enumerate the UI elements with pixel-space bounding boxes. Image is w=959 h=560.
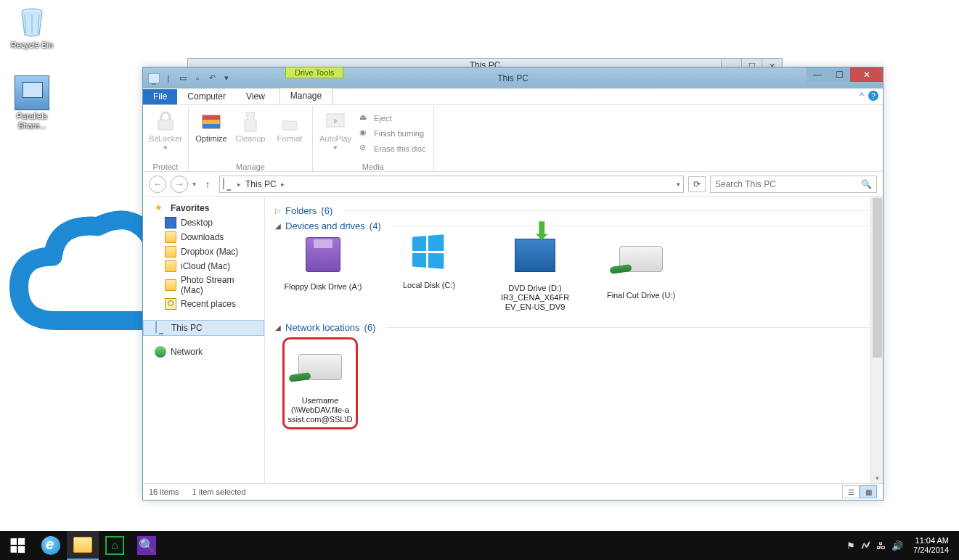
chevron-down-icon: ◢ [275,324,281,332]
flag-icon[interactable]: ⚑ [846,540,855,551]
section-network-count: (6) [364,322,376,333]
explorer-window: | ▭ ▫ ↶ ▾ Drive Tools This PC ― ☐ ✕ File… [142,67,883,501]
history-dropdown-icon[interactable]: ▾ [192,180,196,188]
recycle-bin[interactable]: Recycle Bin [4,4,60,50]
address-dropdown-icon[interactable]: ▾ [677,181,680,188]
scrollbar[interactable]: ▾ [870,197,883,483]
qat-app-icon[interactable] [147,72,160,85]
refresh-button[interactable]: ⟳ [688,176,706,192]
group-protect-label: Protect [143,162,188,171]
format-label: Format [272,134,308,143]
explorer-body: ★Favorites Desktop Downloads Dropbox (Ma… [143,197,883,483]
network-tray-icon[interactable]: 🖧 [876,540,886,551]
context-tab: Drive Tools [285,67,343,88]
scroll-down-icon[interactable]: ▾ [871,474,883,482]
search-icon[interactable]: 🔍 [861,179,872,189]
drive-local-c[interactable]: Local Disk (C:) [388,236,470,312]
drive-floppy[interactable]: Floppy Disk Drive (A:) [282,236,364,312]
crumb-sep-icon[interactable]: ▸ [237,181,241,188]
parallels-share[interactable]: Parallels Share... [4,75,60,131]
nav-this-pc[interactable]: This PC [143,320,264,336]
nav-recent[interactable]: Recent places [143,297,264,311]
taskbar-explorer[interactable] [67,531,99,560]
divider [391,226,873,226]
cleanup-button[interactable]: Cleanup [232,107,269,143]
tab-manage[interactable]: Manage [279,88,332,104]
search-box[interactable]: 🔍 [710,176,877,193]
view-large-icons-button[interactable]: ▦ [860,485,877,498]
erase-disc-button[interactable]: ⊘Erase this disc [356,141,429,156]
section-devices[interactable]: ◢ Devices and drives (4) [275,221,873,231]
status-item-count: 16 items [149,487,179,496]
qat-newfolder-icon[interactable]: ▫ [191,72,204,85]
bitlocker-icon [154,110,177,133]
breadcrumb-this-pc[interactable]: This PC [244,179,278,189]
nav-downloads[interactable]: Downloads [143,230,264,244]
floppy-icon [298,237,348,278]
qat-dropdown-icon[interactable]: ▾ [220,72,233,85]
crumb-sep-icon[interactable]: ▸ [281,181,285,188]
collapse-ribbon-icon[interactable]: ^ [860,91,864,101]
back-button[interactable]: ← [149,176,166,193]
finish-burning-button[interactable]: ◉Finish burning [356,126,429,141]
chevron-down-icon: ◢ [275,222,281,230]
drive-label: EV_EN-US_DV9 [505,302,566,311]
nav-desktop[interactable]: Desktop [143,215,264,230]
taskbar-store[interactable] [99,531,131,560]
drive-dvd[interactable]: ⬇ DVD Drive (D:) IR3_CENA_X64FR EV_EN-US… [494,236,576,312]
qat-properties-icon[interactable]: ▭ [176,72,189,85]
qat-undo-icon[interactable]: ↶ [205,72,219,85]
forward-button[interactable]: → [171,176,188,193]
divider [386,327,873,328]
drive-webdav[interactable]: Username (\\WebDAV.file-a ssist.com@SSL\… [282,337,358,429]
clock[interactable]: 11:04 AM 7/24/2014 [909,536,953,555]
drive-finalcut[interactable]: Final Cut Drive (U:) [600,236,682,312]
tab-computer[interactable]: Computer [177,89,236,104]
autoplay-button[interactable]: AutoPlay▾ [317,107,354,152]
start-button[interactable] [0,531,35,560]
bitlocker-label: BitLocker [149,134,182,143]
format-button[interactable]: Format [272,107,308,143]
bitlocker-button[interactable]: BitLocker▾ [147,107,184,152]
nav-photostream[interactable]: Photo Stream (Mac) [143,273,264,297]
close-button[interactable]: ✕ [850,67,883,82]
eject-button[interactable]: ⏏Eject [356,111,429,125]
taskbar-bing[interactable]: 🔍 [131,531,163,560]
maximize-button[interactable]: ☐ [828,67,850,82]
drive-label: Floppy Disk Drive (A:) [285,282,362,291]
taskbar: 🔍 ⚑ 🗲 🖧 🔊 11:04 AM 7/24/2014 [0,531,959,560]
power-icon[interactable]: 🗲 [861,540,870,551]
clock-time: 11:04 AM [913,536,949,545]
desktop-icon [165,217,176,228]
drive-label: (\\WebDAV.file-a [291,405,349,414]
nav-item-label: iCloud (Mac) [181,261,230,271]
up-button[interactable]: ↑ [200,177,215,192]
address-bar[interactable]: ▸ This PC ▸ ▾ [219,176,684,193]
folder-icon [165,279,176,291]
star-icon: ★ [155,202,166,214]
volume-icon[interactable]: 🔊 [891,540,903,551]
nav-dropbox[interactable]: Dropbox (Mac) [143,244,264,259]
nav-favorites[interactable]: ★Favorites [143,201,264,215]
window-title: This PC [497,73,529,83]
nav-icloud[interactable]: iCloud (Mac) [143,259,264,273]
ribbon-group-media: AutoPlay▾ ⏏Eject ◉Finish burning ⊘Erase … [313,107,434,171]
folder-icon [165,231,176,243]
view-details-button[interactable]: ☰ [842,485,860,498]
help-icon[interactable]: ? [868,91,878,101]
scrollbar-thumb[interactable] [873,198,882,358]
section-folders[interactable]: ▷ Folders (6) [275,205,873,216]
minimize-button[interactable]: ― [807,67,828,82]
section-network[interactable]: ◢ Network locations (6) [275,322,873,333]
tab-view[interactable]: View [236,89,275,104]
tab-file[interactable]: File [143,89,177,104]
autoplay-label: AutoPlay [319,134,351,143]
qat-sep: | [162,72,175,85]
section-network-label: Network locations [285,322,360,333]
finish-label: Finish burning [374,129,424,138]
taskbar-ie[interactable] [35,531,67,560]
nav-network[interactable]: Network [143,345,264,359]
optimize-button[interactable]: Optimize [193,107,229,143]
titlebar[interactable]: | ▭ ▫ ↶ ▾ Drive Tools This PC ― ☐ ✕ [143,67,883,88]
search-input[interactable] [715,179,861,189]
